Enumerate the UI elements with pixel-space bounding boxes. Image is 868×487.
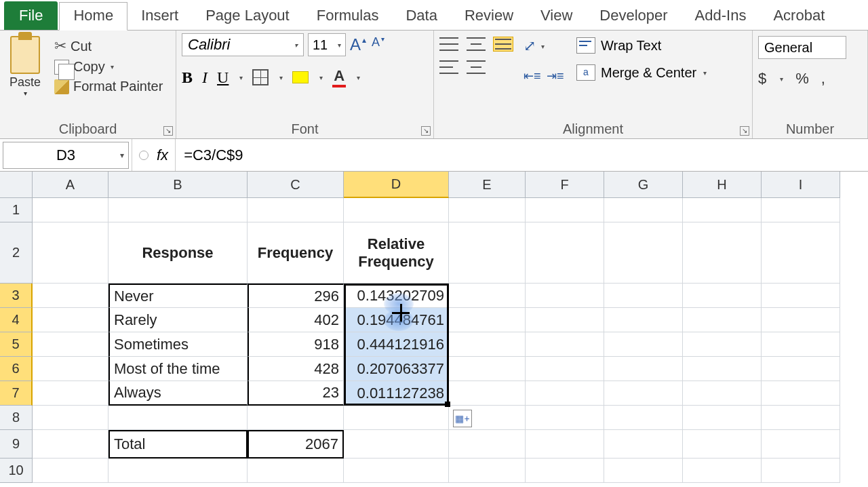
brush-icon [54,79,69,94]
autofill-options-button[interactable] [453,410,472,427]
number-format-select[interactable]: General [758,36,846,59]
name-box[interactable]: D3 ▾ [3,142,129,169]
cell-b4[interactable]: Rarely [108,308,248,332]
bold-button[interactable]: B [182,69,193,87]
cell-c9[interactable]: 2067 [248,430,344,459]
cell-d7[interactable]: 0.011127238 [344,381,449,406]
wrap-text-icon [576,37,595,54]
underline-button[interactable]: U [217,69,229,87]
font-color-button[interactable]: A [332,67,346,87]
col-header-d[interactable]: D [344,172,449,198]
select-all-corner[interactable] [0,172,33,198]
cell-b6[interactable]: Most of the time [108,357,248,381]
cell-d5[interactable]: 0.444121916 [344,332,449,357]
cell-b7[interactable]: Always [108,381,248,406]
cell-d4[interactable]: 0.194484761 [344,308,449,332]
cell-d3[interactable]: 0.143202709 [344,284,449,308]
increase-indent-button[interactable]: ⇥≡ [547,69,566,83]
align-middle-button[interactable] [467,37,486,51]
font-name-select[interactable]: Calibri ▾ [182,33,304,56]
col-header-h[interactable]: H [683,172,762,198]
tab-page-layout[interactable]: Page Layout [192,3,303,30]
group-label-alignment: Alignment [439,120,747,137]
borders-button[interactable] [252,69,269,85]
group-label-number: Number [758,120,862,137]
cut-button[interactable]: ✂ Cut [52,36,165,56]
tab-insert[interactable]: Insert [127,3,192,30]
col-header-f[interactable]: F [526,172,604,198]
group-label-font: Font [182,120,428,137]
row-header-1[interactable]: 1 [0,198,33,222]
row-header-10[interactable]: 10 [0,459,33,483]
tab-addins[interactable]: Add-Ins [682,3,760,30]
row-header-4[interactable]: 4 [0,308,33,332]
wrap-text-button[interactable]: Wrap Text [576,37,707,54]
tab-file[interactable]: File [4,1,58,30]
decrease-font-icon[interactable]: A [372,35,380,54]
cell-d2[interactable]: Relative Frequency [344,222,449,284]
increase-font-icon[interactable]: A [350,35,361,54]
cell-c6[interactable]: 428 [248,357,344,381]
align-bottom-button[interactable] [494,37,513,51]
cell-b2[interactable]: Response [108,222,248,284]
paste-button[interactable]: Paste ▾ [5,33,45,100]
tab-view[interactable]: View [527,3,586,30]
percent-button[interactable]: % [795,70,809,87]
align-top-button[interactable] [439,37,458,51]
col-header-a[interactable]: A [33,172,108,198]
cell-b5[interactable]: Sometimes [108,332,248,357]
copy-button[interactable]: Copy ▾ [52,58,165,76]
tab-data[interactable]: Data [392,3,450,30]
row-header-7[interactable]: 7 [0,381,33,406]
tab-review[interactable]: Review [451,3,527,30]
row-header-8[interactable]: 8 [0,406,33,430]
tab-formulas[interactable]: Formulas [303,3,393,30]
formula-input[interactable] [176,147,868,164]
chevron-down-icon: ▾ [279,74,283,81]
tab-developer[interactable]: Developer [586,3,681,30]
alignment-launcher[interactable]: ↘ [740,126,749,136]
font-launcher[interactable]: ↘ [421,126,431,136]
cell-b9[interactable]: Total [108,430,248,459]
decrease-indent-button[interactable]: ⇤≡ [524,69,542,83]
merge-center-button[interactable]: Merge & Center ▾ [576,64,707,81]
clipboard-launcher[interactable]: ↘ [163,126,173,136]
cell-c7[interactable]: 23 [248,381,344,406]
row-header-6[interactable]: 6 [0,357,33,381]
fill-color-button[interactable] [292,71,309,83]
cells-area[interactable]: Response Frequency Relative Frequency Ne… [33,198,840,483]
row-header-5[interactable]: 5 [0,332,33,357]
align-center-button[interactable] [467,60,486,74]
currency-button[interactable]: $ [758,70,766,87]
italic-button[interactable]: I [202,69,208,87]
comma-button[interactable]: , [821,70,825,87]
group-clipboard: Paste ▾ ✂ Cut Copy ▾ Format Painter [0,31,176,138]
cell-c3[interactable]: 296 [248,284,344,308]
copy-label: Copy [73,59,105,75]
tab-acrobat[interactable]: Acrobat [760,3,838,30]
cell-d6[interactable]: 0.207063377 [344,357,449,381]
col-header-i[interactable]: I [762,172,840,198]
cut-label: Cut [71,39,92,54]
cell-c5[interactable]: 918 [248,332,344,357]
row-header-9[interactable]: 9 [0,430,33,459]
col-header-b[interactable]: B [108,172,248,198]
align-right-button[interactable] [494,60,513,74]
cell-b3[interactable]: Never [108,284,248,308]
cell-c2[interactable]: Frequency [248,222,344,284]
col-header-c[interactable]: C [248,172,344,198]
tab-home[interactable]: Home [59,2,127,31]
cell-c4[interactable]: 402 [248,308,344,332]
align-left-button[interactable] [439,60,458,74]
fx-icon[interactable]: fx [157,147,168,164]
font-name-value: Calibri [188,36,230,54]
cancel-formula-icon[interactable] [139,151,149,160]
row-header-2[interactable]: 2 [0,222,33,284]
format-painter-button[interactable]: Format Painter [52,77,165,96]
row-header-3[interactable]: 3 [0,284,33,308]
font-size-select[interactable]: 11 ▾ [308,33,346,56]
col-header-e[interactable]: E [449,172,526,198]
formula-bar: D3 ▾ fx [0,139,868,172]
col-header-g[interactable]: G [604,172,683,198]
orientation-button[interactable]: ⤢ [524,37,536,55]
